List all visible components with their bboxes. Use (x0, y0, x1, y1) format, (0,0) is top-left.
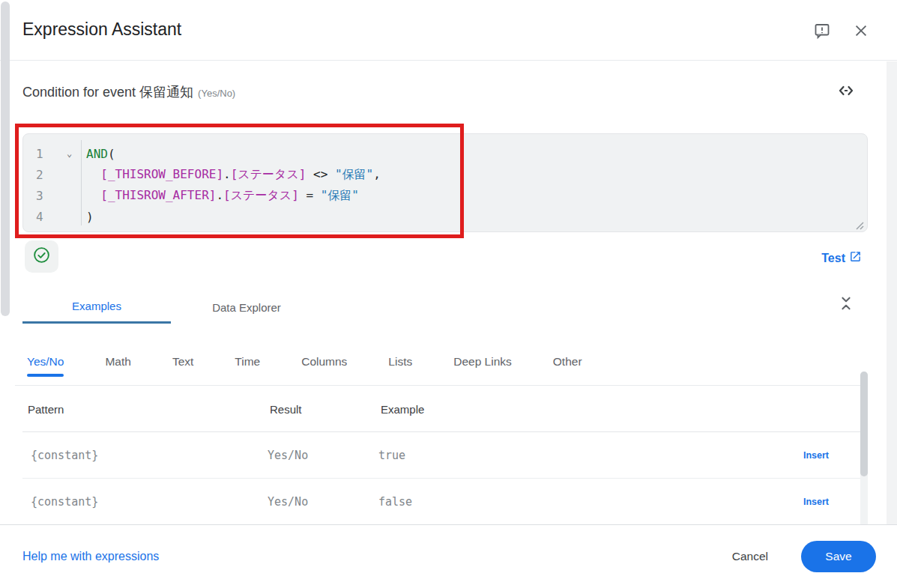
cancel-button[interactable]: Cancel (725, 544, 776, 569)
col-header-pattern: Pattern (28, 402, 64, 415)
code-line: 4) (23, 206, 867, 227)
category-tab-text[interactable]: Text (172, 355, 193, 381)
test-button[interactable]: Test (821, 250, 862, 266)
condition-row: Condition for event 保留通知 (Yes/No) (22, 82, 855, 103)
category-tabs: Yes/NoMathTextTimeColumnsListsDeep Links… (27, 355, 582, 381)
code-text: [_THISROW_AFTER].[ステータス] = "保留" (81, 188, 359, 204)
result-cell: Yes/No (268, 449, 308, 462)
header-icons (813, 22, 870, 40)
dialog-footer: Help me with expressions Cancel Save (0, 524, 897, 588)
tab-examples[interactable]: Examples (22, 291, 171, 324)
example-cell: true (378, 449, 405, 462)
code-text: [_THISROW_BEFORE].[ステータス] <> "保留", (81, 167, 381, 183)
check-circle-icon (32, 246, 51, 267)
collapse-panel-icon[interactable] (837, 294, 855, 313)
help-expressions-link[interactable]: Help me with expressions (22, 550, 159, 563)
close-icon[interactable] (852, 22, 870, 40)
expression-assistant-dialog: Expression Assistant Condition for event… (0, 0, 897, 588)
expression-valid-badge (25, 240, 58, 273)
insert-link[interactable]: Insert (803, 450, 829, 461)
table-row: {constant}Yes/NofalseInsert (22, 479, 860, 524)
code-line: 2 [_THISROW_BEFORE].[ステータス] <> "保留", (23, 164, 867, 185)
code-view-toggle-icon[interactable] (837, 82, 855, 100)
insert-link[interactable]: Insert (803, 497, 829, 507)
pattern-cell: {constant} (31, 495, 98, 509)
example-cell: false (378, 495, 412, 509)
category-tab-math[interactable]: Math (105, 355, 130, 381)
dialog-header: Expression Assistant (0, 0, 897, 61)
line-number: 4 (23, 210, 58, 224)
examples-table: Pattern Result Example {constant}Yes/Not… (22, 386, 860, 524)
fold-chevron-icon[interactable]: ⌄ (58, 149, 81, 158)
page-scrollbar-thumb[interactable] (1, 1, 10, 316)
table-header-row: Pattern Result Example (22, 386, 860, 432)
code-line: 3 [_THISROW_AFTER].[ステータス] = "保留" (23, 185, 867, 206)
open-in-new-icon (849, 250, 862, 266)
code-text: ) (81, 210, 94, 224)
dialog-title: Expression Assistant (22, 19, 181, 40)
code-line: 1⌄AND( (23, 143, 867, 164)
code-text: AND( (81, 147, 115, 161)
line-number: 3 (23, 189, 58, 203)
category-tab-other[interactable]: Other (553, 355, 582, 381)
table-scrollbar-track[interactable] (860, 372, 868, 527)
category-tab-deep-links[interactable]: Deep Links (453, 355, 512, 381)
condition-type-suffix: (Yes/No) (198, 88, 235, 99)
footer-actions: Cancel Save (725, 541, 876, 572)
page-scrollbar-track[interactable] (887, 61, 897, 524)
table-row: {constant}Yes/NotrueInsert (22, 432, 860, 479)
category-tab-time[interactable]: Time (235, 355, 260, 381)
resize-grip-icon[interactable] (855, 219, 864, 228)
category-tab-lists[interactable]: Lists (388, 355, 412, 381)
col-header-example: Example (381, 402, 424, 415)
feedback-icon[interactable] (813, 22, 831, 40)
expression-editor[interactable]: 1⌄AND(2 [_THISROW_BEFORE].[ステータス] <> "保留… (22, 133, 868, 232)
gutter-separator (81, 140, 82, 225)
category-tab-columns[interactable]: Columns (301, 355, 347, 381)
result-cell: Yes/No (268, 495, 308, 509)
save-button[interactable]: Save (801, 541, 876, 572)
main-tabs: Examples Data Explorer (22, 291, 322, 324)
line-number: 1 (23, 147, 58, 161)
category-tab-yes-no[interactable]: Yes/No (27, 355, 64, 381)
test-label: Test (821, 252, 845, 265)
line-number: 2 (23, 168, 58, 182)
code-lines: 1⌄AND(2 [_THISROW_BEFORE].[ステータス] <> "保留… (23, 143, 867, 227)
pattern-cell: {constant} (31, 449, 98, 462)
table-scrollbar-thumb[interactable] (860, 372, 868, 476)
tab-data-explorer[interactable]: Data Explorer (171, 291, 322, 324)
condition-label: Condition for event 保留通知 (22, 83, 193, 101)
col-header-result: Result (270, 402, 302, 415)
